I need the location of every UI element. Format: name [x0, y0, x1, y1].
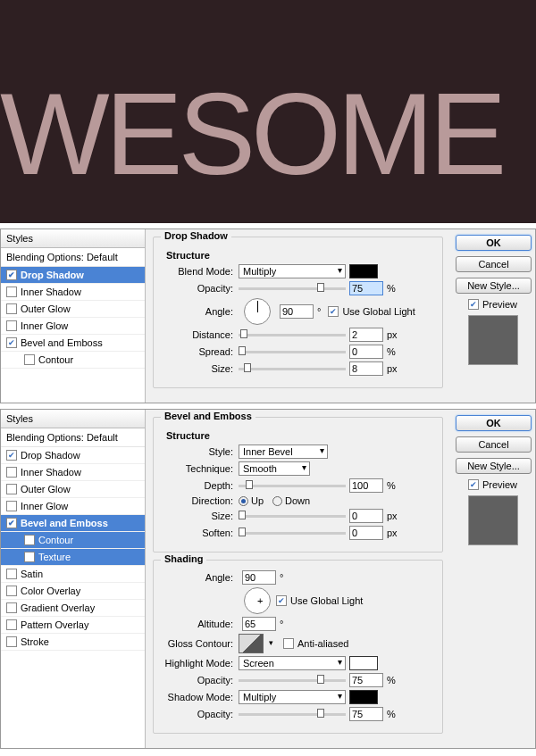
checkbox-icon[interactable] [6, 586, 17, 596]
checkbox-icon[interactable] [24, 354, 35, 365]
soften-label: Soften: [163, 528, 239, 538]
depth-input[interactable]: 100 [349, 478, 383, 493]
size-input[interactable]: 0 [349, 509, 383, 523]
distance-slider[interactable] [239, 334, 346, 336]
global-light-checkbox[interactable] [276, 595, 287, 606]
ok-button[interactable]: OK [456, 415, 532, 431]
preview-label: Preview [482, 479, 517, 490]
bevel-section: Bevel and Emboss Structure Style:Inner B… [153, 417, 443, 552]
drop-shadow-section: Drop Shadow Structure Blend Mode:Multipl… [153, 237, 443, 388]
cancel-button[interactable]: Cancel [456, 436, 532, 453]
checkbox-icon[interactable] [6, 602, 17, 613]
checkbox-icon[interactable] [6, 337, 17, 348]
checkbox-icon[interactable] [6, 518, 17, 528]
size-slider[interactable] [239, 515, 346, 518]
soften-input[interactable]: 0 [349, 526, 383, 540]
highlight-color-swatch[interactable] [349, 656, 378, 670]
checkbox-icon[interactable] [6, 450, 17, 461]
checkbox-icon[interactable] [6, 287, 17, 297]
global-light-checkbox[interactable] [328, 306, 339, 317]
shadow-opacity-input[interactable]: 75 [349, 707, 383, 721]
style-item-outer-glow[interactable]: Outer Glow [1, 301, 145, 318]
angle-altitude-wheel[interactable]: + [244, 587, 271, 614]
highlight-mode-dropdown[interactable]: Screen [239, 656, 346, 670]
checkbox-icon[interactable] [6, 303, 17, 314]
style-item-texture[interactable]: Texture [1, 549, 145, 566]
shadow-mode-dropdown[interactable]: Multiply [239, 690, 346, 704]
blend-mode-dropdown[interactable]: Multiply [239, 264, 346, 278]
checkbox-icon[interactable] [6, 484, 17, 494]
shadow-opacity-slider[interactable] [239, 713, 346, 716]
checkbox-icon[interactable] [6, 569, 17, 579]
altitude-input[interactable]: 65 [242, 617, 276, 631]
highlight-opacity-input[interactable]: 75 [349, 673, 383, 687]
highlight-opacity-label: Opacity: [163, 675, 239, 685]
preview-checkbox[interactable] [468, 479, 479, 490]
distance-input[interactable]: 2 [349, 328, 383, 342]
direction-up-radio[interactable]: Up [239, 495, 264, 506]
right-buttons: OK Cancel New Style... Preview [450, 229, 535, 403]
checkbox-icon[interactable] [6, 619, 17, 630]
checkbox-icon[interactable] [24, 535, 35, 545]
style-item-satin[interactable]: Satin [1, 566, 145, 583]
direction-down-radio[interactable]: Down [272, 495, 310, 506]
angle-label: Angle: [163, 306, 239, 317]
depth-slider[interactable] [239, 485, 346, 487]
style-item-inner-shadow[interactable]: Inner Shadow [1, 464, 145, 481]
styles-header[interactable]: Styles [1, 410, 145, 428]
structure-heading: Structure [166, 430, 433, 441]
style-dropdown[interactable]: Inner Bevel [239, 444, 328, 459]
styles-header[interactable]: Styles [1, 229, 145, 248]
soften-slider[interactable] [239, 532, 346, 535]
shadow-color-swatch[interactable] [349, 690, 378, 704]
shading-title: Shading [161, 553, 206, 564]
checkbox-icon[interactable] [6, 501, 17, 511]
blending-options[interactable]: Blending Options: Default [1, 428, 145, 447]
blending-options[interactable]: Blending Options: Default [1, 248, 145, 267]
style-item-gradient-overlay[interactable]: Gradient Overlay [1, 600, 145, 617]
style-item-drop-shadow[interactable]: Drop Shadow [1, 267, 145, 284]
technique-dropdown[interactable]: Smooth [239, 461, 310, 476]
style-item-bevel-emboss[interactable]: Bevel and Emboss [1, 335, 145, 352]
blend-mode-label: Blend Mode: [163, 266, 239, 277]
gloss-contour-picker[interactable] [239, 634, 264, 653]
angle-input[interactable]: 90 [280, 304, 314, 319]
checkbox-icon[interactable] [24, 552, 35, 562]
styles-list: Styles Blending Options: Default Drop Sh… [1, 410, 146, 748]
style-item-contour[interactable]: Contour [1, 352, 145, 369]
style-item-inner-glow[interactable]: Inner Glow [1, 498, 145, 515]
size-input[interactable]: 8 [349, 361, 383, 376]
style-item-drop-shadow[interactable]: Drop Shadow [1, 447, 145, 464]
shadow-color-swatch[interactable] [349, 264, 378, 278]
preview-checkbox[interactable] [468, 299, 479, 310]
ok-button[interactable]: OK [456, 235, 532, 251]
anti-aliased-checkbox[interactable] [283, 638, 294, 649]
style-item-stroke[interactable]: Stroke [1, 634, 145, 651]
spread-slider[interactable] [239, 351, 346, 353]
opacity-input[interactable]: 75 [349, 281, 383, 295]
checkbox-icon[interactable] [6, 636, 17, 647]
checkbox-icon[interactable] [6, 467, 17, 478]
new-style-button[interactable]: New Style... [456, 278, 532, 294]
style-item-inner-shadow[interactable]: Inner Shadow [1, 284, 145, 301]
layer-style-dialog-bevel: Styles Blending Options: Default Drop Sh… [0, 409, 536, 749]
size-slider[interactable] [239, 368, 346, 370]
spread-label: Spread: [163, 346, 239, 357]
highlight-opacity-slider[interactable] [239, 679, 346, 682]
style-item-inner-glow[interactable]: Inner Glow [1, 318, 145, 335]
opacity-slider[interactable] [239, 287, 346, 290]
style-item-color-overlay[interactable]: Color Overlay [1, 583, 145, 600]
angle-input[interactable]: 90 [242, 570, 276, 585]
shadow-opacity-label: Opacity: [163, 709, 239, 719]
cancel-button[interactable]: Cancel [456, 256, 532, 272]
new-style-button[interactable]: New Style... [456, 458, 532, 474]
style-item-contour[interactable]: Contour [1, 532, 145, 549]
angle-wheel[interactable] [244, 298, 271, 325]
spread-input[interactable]: 0 [349, 345, 383, 359]
style-item-outer-glow[interactable]: Outer Glow [1, 481, 145, 498]
highlight-mode-label: Highlight Mode: [163, 658, 239, 669]
checkbox-icon[interactable] [6, 270, 17, 280]
checkbox-icon[interactable] [6, 320, 17, 331]
style-item-bevel-emboss[interactable]: Bevel and Emboss [1, 515, 145, 532]
style-item-pattern-overlay[interactable]: Pattern Overlay [1, 617, 145, 634]
